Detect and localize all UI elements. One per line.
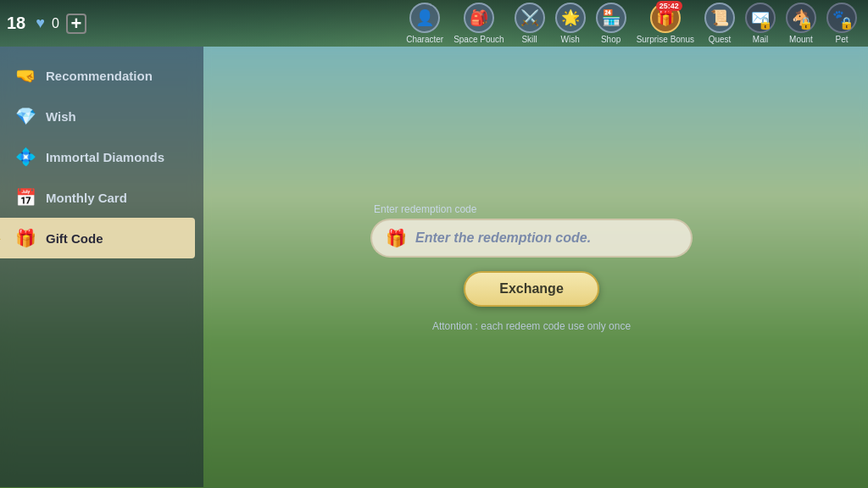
hud-icon-bar: 👤 Character 🎒 Space Pouch ⚔️ Skill 🌟 Wis… — [402, 1, 861, 46]
main-content-area: Enter redemption code 🎁 Exchange Attonti… — [195, 47, 868, 488]
wish-nav-label: Wish — [46, 109, 76, 124]
mount-lock-icon: 🔒 — [798, 16, 813, 30]
space-pouch-label: Space Pouch — [453, 35, 504, 44]
redemption-code-input-wrapper[interactable]: 🎁 — [370, 219, 693, 258]
mount-label: Mount — [789, 35, 813, 44]
heart-count: 0 — [52, 16, 59, 31]
top-hud: 18 ♥ 0 + 👤 Character 🎒 Space Pouch ⚔️ Sk… — [0, 0, 868, 47]
gift-code-nav-label: Gift Code — [46, 231, 103, 246]
gift-code-nav-icon: 🎁 — [15, 228, 36, 248]
recommendation-label: Recommendation — [46, 69, 153, 83]
shop-label: Shop — [601, 35, 620, 44]
monthly-card-icon: 📅 — [15, 187, 36, 208]
attention-notice: Attontion : each redeem code use only on… — [432, 320, 631, 332]
mail-label: Mail — [753, 35, 768, 44]
gift-input-icon: 🎁 — [386, 228, 407, 248]
hud-shop-button[interactable]: 🏪 Shop — [592, 1, 631, 46]
mount-icon: 🐴 🔒 — [786, 3, 816, 33]
sidebar-nav: 🤜 Recommendation 💎 Wish 💠 Immortal Diamo… — [0, 47, 195, 267]
pet-label: Pet — [835, 35, 848, 44]
hud-skill-button[interactable]: ⚔️ Skill — [510, 1, 549, 46]
skill-icon: ⚔️ — [515, 3, 545, 33]
sidebar-item-wish[interactable]: 💎 Wish — [0, 96, 195, 136]
quest-icon: 📜 — [704, 3, 735, 33]
hud-pet-button[interactable]: 🐾 🔒 Pet — [822, 1, 861, 46]
hud-space-pouch-button[interactable]: 🎒 Space Pouch — [449, 1, 509, 46]
skill-label: Skill — [521, 35, 537, 44]
hud-wish-button[interactable]: 🌟 Wish — [551, 1, 590, 46]
pet-icon: 🐾 🔒 — [826, 3, 857, 33]
wish-nav-icon: 💎 — [15, 106, 36, 126]
space-pouch-icon: 🎒 — [464, 3, 494, 33]
gift-code-form: Enter redemption code 🎁 Exchange Attonti… — [370, 203, 693, 332]
wish-icon: 🌟 — [555, 3, 586, 33]
surprise-bonus-label: Surprise Bonus — [637, 35, 694, 44]
wish-label: Wish — [561, 35, 580, 44]
sidebar-item-monthly-card[interactable]: 📅 Monthly Card — [0, 177, 195, 218]
immortal-diamonds-label: Immortal Diamonds — [46, 150, 164, 164]
add-hearts-button[interactable]: + — [66, 14, 86, 34]
recommendation-icon: 🤜 — [15, 65, 36, 86]
mail-icon: ✉️ 🔒 — [745, 3, 776, 33]
hud-mount-button[interactable]: 🐴 🔒 Mount — [782, 1, 821, 46]
hud-mail-button[interactable]: ✉️ 🔒 Mail — [741, 1, 780, 46]
surprise-bonus-icon: 🎁 25:42 — [650, 3, 681, 33]
exchange-button[interactable]: Exchange — [464, 271, 599, 307]
redemption-code-label: Enter redemption code — [374, 203, 476, 215]
redemption-code-input[interactable] — [415, 230, 677, 246]
hud-quest-button[interactable]: 📜 Quest — [700, 1, 739, 46]
character-label: Character — [406, 35, 443, 44]
redemption-input-container: Enter redemption code 🎁 — [370, 203, 693, 258]
player-level: 18 — [7, 14, 25, 33]
character-icon: 👤 — [409, 3, 440, 33]
sidebar-item-gift-code[interactable]: 🎁 Gift Code — [0, 218, 195, 258]
surprise-bonus-timer: 25:42 — [656, 1, 682, 11]
quest-label: Quest — [709, 35, 732, 44]
heart-icon: ♥ — [36, 14, 45, 32]
mail-lock-icon: 🔒 — [758, 16, 772, 30]
hud-character-button[interactable]: 👤 Character — [402, 1, 448, 46]
sidebar-item-recommendation[interactable]: 🤜 Recommendation — [0, 55, 195, 96]
pet-lock-icon: 🔒 — [839, 16, 854, 30]
immortal-diamonds-icon: 💠 — [15, 147, 36, 167]
monthly-card-label: Monthly Card — [46, 191, 127, 205]
sidebar-item-immortal-diamonds[interactable]: 💠 Immortal Diamonds — [0, 136, 195, 177]
hud-surprise-bonus-button[interactable]: 🎁 25:42 Surprise Bonus — [632, 1, 698, 46]
shop-icon: 🏪 — [596, 3, 626, 33]
